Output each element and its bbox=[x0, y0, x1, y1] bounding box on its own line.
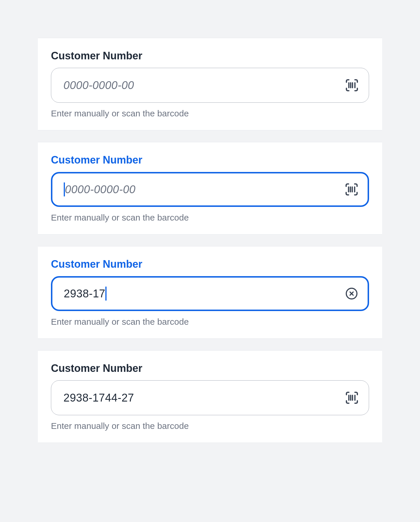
field-label: Customer Number bbox=[51, 154, 369, 166]
input-field-card: Customer Number 0000-0000-00 Enter manua… bbox=[38, 38, 382, 130]
input-placeholder: 0000-0000-00 bbox=[63, 79, 344, 92]
clear-input-icon[interactable] bbox=[344, 286, 359, 301]
input-field-card: Customer Number 2938-17 Enter manually o… bbox=[38, 246, 382, 339]
helper-text: Enter manually or scan the barcode bbox=[51, 109, 369, 118]
field-label: Customer Number bbox=[51, 362, 369, 374]
field-label: Customer Number bbox=[51, 50, 369, 62]
helper-text: Enter manually or scan the barcode bbox=[51, 421, 369, 431]
input-field-card: Customer Number 2938-1744-27 Enter manua… bbox=[38, 350, 382, 443]
barcode-scan-icon[interactable] bbox=[344, 390, 359, 405]
helper-text: Enter manually or scan the barcode bbox=[51, 213, 369, 223]
barcode-scan-icon[interactable] bbox=[344, 78, 359, 93]
helper-text: Enter manually or scan the barcode bbox=[51, 317, 369, 327]
input-value: 2938-17 bbox=[64, 287, 344, 301]
barcode-scan-icon[interactable] bbox=[344, 182, 359, 197]
customer-number-input[interactable]: 0000-0000-00 bbox=[51, 172, 369, 207]
customer-number-input[interactable]: 2938-1744-27 bbox=[51, 380, 369, 415]
field-label: Customer Number bbox=[51, 258, 369, 270]
customer-number-input[interactable]: 2938-17 bbox=[51, 276, 369, 311]
input-value: 2938-1744-27 bbox=[63, 392, 344, 404]
input-field-card: Customer Number 0000-0000-00 Enter manua… bbox=[38, 142, 382, 235]
customer-number-input[interactable]: 0000-0000-00 bbox=[51, 68, 369, 103]
text-caret bbox=[105, 287, 107, 301]
input-placeholder: 0000-0000-00 bbox=[64, 182, 344, 196]
